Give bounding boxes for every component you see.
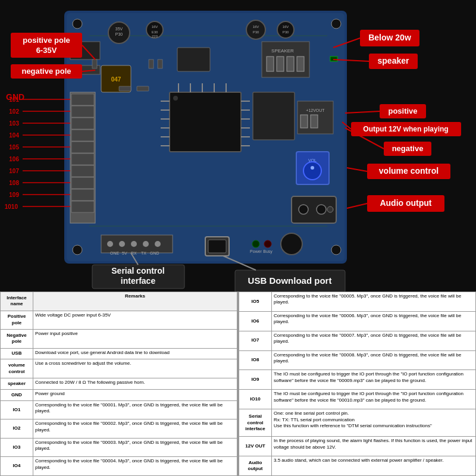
svg-point-16 <box>246 20 265 39</box>
col-header-name: Interface name <box>1 292 33 311</box>
svg-text:GND: GND <box>150 251 159 255</box>
table-row: IO2 Corresponding to the voice file "000… <box>1 419 237 439</box>
interface-remarks: The IO must be configured to trigger the… <box>272 370 476 390</box>
table-row: IO1 Corresponding to the voice file "000… <box>1 400 237 419</box>
svg-rect-47 <box>71 106 94 117</box>
svg-text:Busy: Busy <box>263 249 273 254</box>
svg-point-71 <box>311 166 314 170</box>
left-table: Interface name Remarks Positive pole Wid… <box>0 292 237 476</box>
interface-name: Negative pole <box>1 330 33 349</box>
table-row: IO8 Corresponding to the voice file "000… <box>239 350 476 370</box>
interface-name: Audio output <box>239 456 272 476</box>
table-row: IO3 Corresponding to the voice file "000… <box>1 438 237 457</box>
svg-text:P30: P30 <box>115 32 123 36</box>
svg-text:35V: 35V <box>115 27 123 31</box>
interface-remarks: Corresponding to the voice file "00004. … <box>33 457 237 476</box>
interface-remarks: Corresponding to the voice file "00001. … <box>33 400 237 419</box>
svg-text:USB Download port: USB Download port <box>248 275 332 286</box>
svg-point-78 <box>119 241 125 247</box>
main-container: 35V P30 16V E30 220 16V P30 16V P30 047 <box>0 0 476 476</box>
interface-name: GND <box>1 389 33 400</box>
svg-point-6 <box>331 19 341 29</box>
svg-point-27 <box>173 96 178 101</box>
svg-point-73 <box>299 205 308 214</box>
svg-rect-26 <box>170 92 241 152</box>
table-row: IO4 Corresponding to the voice file "000… <box>1 457 237 476</box>
svg-point-93 <box>281 233 302 255</box>
table-row: Audio output 3.5 audio stand, which can … <box>239 456 476 476</box>
svg-text:102: 102 <box>9 108 19 115</box>
board-section: 35V P30 16V E30 220 16V P30 16V P30 047 <box>0 0 476 292</box>
interface-name: IO7 <box>239 331 272 350</box>
table-section: Interface name Remarks Positive pole Wid… <box>0 292 476 476</box>
svg-rect-46 <box>71 94 94 105</box>
svg-point-19 <box>277 21 294 38</box>
svg-rect-54 <box>71 189 94 201</box>
col-header-remarks: Remarks <box>33 292 237 311</box>
svg-text:220: 220 <box>152 35 158 38</box>
table-header-row: Interface name Remarks <box>1 292 237 311</box>
svg-rect-99 <box>330 57 337 61</box>
interface-name: speaker <box>1 378 33 390</box>
svg-text:negative pole: negative pole <box>21 67 71 76</box>
svg-text:speaker: speaker <box>378 56 409 65</box>
table-row: speaker Connected to 20W / 8 Ω The follo… <box>1 378 237 390</box>
svg-text:Audio output: Audio output <box>380 198 431 208</box>
svg-text:16V: 16V <box>283 25 289 29</box>
svg-text:6-35V: 6-35V <box>36 46 57 55</box>
interface-name: IO2 <box>1 419 33 439</box>
svg-point-90 <box>264 240 271 248</box>
svg-rect-88 <box>208 240 226 253</box>
interface-name: Positive pole <box>1 311 33 330</box>
interface-remarks: Use a cross screwdriver to adjust the vo… <box>33 359 237 378</box>
svg-text:107: 107 <box>9 168 19 174</box>
svg-text:Below 20w: Below 20w <box>368 33 411 42</box>
svg-rect-62 <box>297 57 304 71</box>
table-row: IO5 Corresponding to the voice file "000… <box>239 292 476 312</box>
svg-rect-96 <box>92 60 97 68</box>
svg-text:E30: E30 <box>152 30 158 34</box>
table-row: Positive pole Wide voltage DC power inpu… <box>1 311 237 330</box>
svg-point-75 <box>327 206 333 212</box>
svg-text:103: 103 <box>9 120 19 127</box>
interface-name: IO6 <box>239 311 272 331</box>
interface-name: Serial control interface <box>239 409 272 437</box>
interface-remarks: In the process of playing sound, the ala… <box>272 437 476 456</box>
interface-remarks: The IO must be configured to trigger the… <box>272 390 476 409</box>
svg-text:1010: 1010 <box>5 203 18 210</box>
svg-point-7 <box>73 245 82 255</box>
svg-rect-49 <box>71 130 94 141</box>
interface-name: volume control <box>1 359 33 378</box>
svg-rect-56 <box>177 48 210 71</box>
svg-text:Output 12V when playing: Output 12V when playing <box>363 125 448 133</box>
table-row: volume control Use a cross screwdriver t… <box>1 359 237 378</box>
interface-remarks: Corresponding to the voice file "00005. … <box>272 292 476 312</box>
interface-remarks: Power input positive <box>33 330 237 349</box>
svg-text:106: 106 <box>9 156 19 162</box>
svg-text:047: 047 <box>111 76 121 83</box>
svg-rect-98 <box>158 60 162 68</box>
svg-rect-53 <box>71 177 94 189</box>
table-row: Negative pole Power input positive <box>1 330 237 349</box>
svg-point-89 <box>252 240 259 248</box>
svg-text:108: 108 <box>9 180 19 186</box>
pcb-diagram: 35V P30 16V E30 220 16V P30 16V P30 047 <box>0 0 476 292</box>
svg-text:Serial control: Serial control <box>111 266 164 275</box>
interface-remarks: Corresponding to the voice file "00006. … <box>272 311 476 331</box>
right-table: IO5 Corresponding to the voice file "000… <box>239 292 476 476</box>
interface-remarks: Download voice port, use general Android… <box>33 348 237 359</box>
svg-point-74 <box>317 205 326 214</box>
table-row: GND Power ground <box>1 389 237 400</box>
table-row: USB Download voice port, use general And… <box>1 348 237 359</box>
svg-rect-59 <box>267 57 274 71</box>
svg-text:+12VOUT: +12VOUT <box>306 108 325 112</box>
interface-remarks: Corresponding to the voice file "00007. … <box>272 331 476 350</box>
svg-rect-52 <box>71 165 94 177</box>
interface-remarks: Corresponding to the voice file "00008. … <box>272 350 476 370</box>
table-row: 12V OUT In the process of playing sound,… <box>239 437 476 456</box>
svg-text:Power: Power <box>250 249 262 253</box>
interface-name: IO10 <box>239 390 272 409</box>
svg-point-81 <box>155 241 161 247</box>
svg-point-5 <box>73 19 82 29</box>
interface-remarks: One: one line serial port control pin.Rx… <box>272 409 476 437</box>
